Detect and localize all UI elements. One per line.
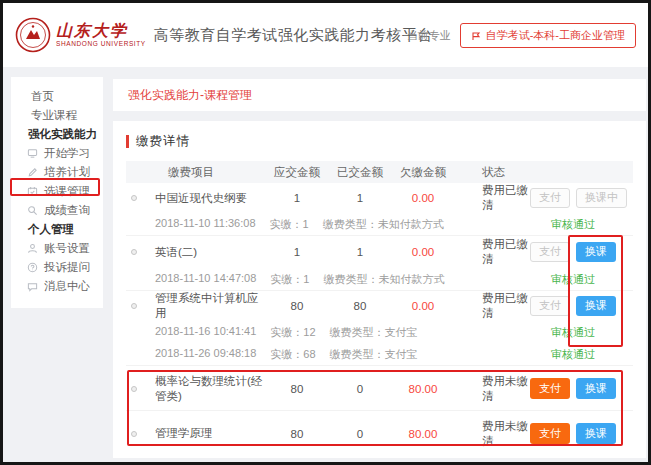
table-row: 概率论与数理统计(经管类) 80 0 80.00 费用未缴清 支付 换课 (126, 366, 633, 411)
payment-type: 缴费类型：支付宝 (330, 325, 418, 340)
header: 山东大学 SHANDONG UNIVERSITY 高等教育自学考试强化实践能力考… (3, 3, 648, 67)
amount-owed: 80.00 (392, 383, 454, 395)
change-course-button[interactable]: 换课中 (576, 188, 627, 208)
monitor-icon (26, 148, 38, 160)
audit-status-link[interactable]: 审核通过 (530, 347, 633, 362)
table-row: 英语(二) 1 1 0.00 费用已缴清 支付 换课 2018-11-10 14… (126, 236, 633, 291)
current-major-label: 当前专业 (407, 28, 451, 43)
col-due: 应交金额 (266, 165, 328, 180)
major-badge-icon (471, 31, 481, 41)
change-course-button[interactable]: 换课 (576, 296, 616, 316)
table-header: 缴费项目 应交金额 已交金额 欠缴金额 状态 (126, 161, 633, 183)
amount-paid: 0 (328, 428, 392, 440)
amount-due: 80 (266, 300, 328, 312)
payment-record: 2018-11-16 10:41:41 实缴：12 缴费类型：支付宝 审核通过 (126, 321, 633, 343)
university-logo: 山东大学 SHANDONG UNIVERSITY (56, 23, 146, 48)
course-name: 英语(二) (142, 245, 266, 260)
payment-time: 2018-11-26 09:48:18 (155, 347, 256, 362)
sidebar-item-start-learning[interactable]: 开始学习 (11, 144, 103, 163)
payment-record: 2018-11-26 09:48:18 实缴：68 缴费类型：支付宝 审核通过 (126, 343, 633, 365)
sidebar-item-home[interactable]: 首页 (11, 87, 103, 106)
sidebar-item-course-selection[interactable]: 选课管理 (11, 182, 103, 201)
status-text: 费用已缴清 (454, 291, 530, 321)
row-marker-icon (131, 431, 137, 437)
message-icon (26, 281, 38, 293)
breadcrumb: 强化实践能力-课程管理 (128, 87, 252, 104)
amount-due: 1 (266, 246, 328, 258)
course-name: 管理学原理 (142, 426, 266, 441)
row-marker-icon (131, 249, 137, 255)
title-accent-bar (126, 135, 129, 148)
table-row: 中国近现代史纲要 1 1 0.00 费用已缴清 支付 换课中 2018-11-1… (126, 183, 633, 236)
breadcrumb-panel: 强化实践能力-课程管理 (113, 79, 646, 111)
sidebar-item-account-settings[interactable]: 账号设置 (11, 239, 103, 258)
table-body: 中国近现代史纲要 1 1 0.00 费用已缴清 支付 换课中 2018-11-1… (126, 183, 633, 456)
sidebar: 首页 专业课程 强化实践能力 开始学习 培养计划 选课管理 成绩查询 个人管理 (11, 77, 103, 308)
amount-paid: 80 (328, 300, 392, 312)
row-marker-icon (131, 195, 137, 201)
audit-status-link[interactable]: 审核通过 (530, 325, 633, 340)
change-course-button[interactable]: 换课 (576, 242, 616, 262)
pay-button[interactable]: 支付 (530, 296, 570, 316)
audit-status-link[interactable]: 审核通过 (530, 217, 633, 232)
audit-status-link[interactable]: 审核通过 (530, 272, 633, 287)
course-name: 中国近现代史纲要 (142, 191, 266, 206)
status-text: 费用已缴清 (454, 237, 530, 267)
sidebar-item-score-query[interactable]: 成绩查询 (11, 201, 103, 220)
sidebar-item-message-center[interactable]: 消息中心 (11, 277, 103, 296)
payment-type: 缴费类型：未知付款方式 (323, 272, 444, 287)
payment-time: 2018-11-16 10:41:41 (155, 325, 256, 340)
row-marker-icon (131, 303, 137, 309)
pay-button[interactable]: 支付 (530, 242, 570, 262)
amount-due: 80 (266, 383, 328, 395)
app-window: 山东大学 SHANDONG UNIVERSITY 高等教育自学考试强化实践能力考… (0, 0, 651, 465)
payment-type: 缴费类型：未知付款方式 (323, 217, 444, 232)
current-major: 当前专业 自学考试-本科-工商企业管理 (407, 23, 636, 48)
sidebar-item-major-courses[interactable]: 专业课程 (11, 106, 103, 125)
col-owed: 欠缴金额 (392, 165, 454, 180)
status-text: 费用未缴清 (454, 419, 530, 449)
current-major-chip[interactable]: 自学考试-本科-工商企业管理 (460, 23, 636, 48)
sidebar-item-complaints[interactable]: 投诉提问 (11, 258, 103, 277)
table-row: 管理系统中计算机应用 80 80 0.00 费用已缴清 支付 换课 2018-1… (126, 291, 633, 366)
amount-owed: 80.00 (392, 428, 454, 440)
sidebar-item-training-plan[interactable]: 培养计划 (11, 163, 103, 182)
university-name-en: SHANDONG UNIVERSITY (56, 41, 146, 48)
payment-record: 2018-11-10 11:36:08 实缴：1 缴费类型：未知付款方式 审核通… (126, 213, 633, 235)
change-course-button[interactable]: 换课 (576, 378, 616, 398)
amount-paid: 0 (328, 383, 392, 395)
amount-due: 1 (266, 192, 328, 204)
panel-title-row: 缴费详情 (113, 121, 646, 161)
table-row: 管理学原理 80 0 80.00 费用未缴清 支付 换课 (126, 411, 633, 456)
status-text: 费用已缴清 (454, 183, 530, 213)
sidebar-section-personal: 个人管理 (11, 220, 103, 239)
course-name: 概率论与数理统计(经管类) (142, 374, 266, 404)
amount-due: 80 (266, 428, 328, 440)
pencil-icon (26, 167, 38, 179)
panel-title: 缴费详情 (136, 133, 190, 150)
platform-title: 高等教育自学考试强化实践能力考核平台 (154, 26, 433, 45)
status-text: 费用未缴清 (454, 374, 530, 404)
amount-owed: 0.00 (392, 192, 454, 204)
col-item: 缴费项目 (142, 165, 266, 180)
pay-button[interactable]: 支付 (530, 423, 570, 443)
col-paid: 已交金额 (328, 165, 392, 180)
amount-paid: 1 (328, 246, 392, 258)
amount-paid: 1 (328, 192, 392, 204)
sidebar-section-practical-ability: 强化实践能力 (11, 125, 103, 144)
question-icon (26, 262, 38, 274)
pay-button[interactable]: 支付 (530, 378, 570, 398)
amount-owed: 0.00 (392, 246, 454, 258)
change-course-button[interactable]: 换课 (576, 423, 616, 443)
payment-record: 2018-11-10 14:47:08 实缴：1 缴费类型：未知付款方式 审核通… (126, 268, 633, 290)
amount-owed: 0.00 (392, 300, 454, 312)
university-name: 山东大学 (56, 23, 146, 39)
payment-panel: 缴费详情 缴费项目 应交金额 已交金额 欠缴金额 状态 中国近现代史纲要 1 1… (113, 121, 646, 458)
col-status: 状态 (454, 165, 530, 180)
paid-amount-info: 实缴：12 (270, 325, 315, 340)
pay-button[interactable]: 支付 (530, 188, 570, 208)
payment-time: 2018-11-10 14:47:08 (155, 272, 256, 287)
university-seal-icon (15, 17, 51, 53)
payment-time: 2018-11-10 11:36:08 (155, 217, 256, 232)
course-name: 管理系统中计算机应用 (142, 291, 266, 321)
